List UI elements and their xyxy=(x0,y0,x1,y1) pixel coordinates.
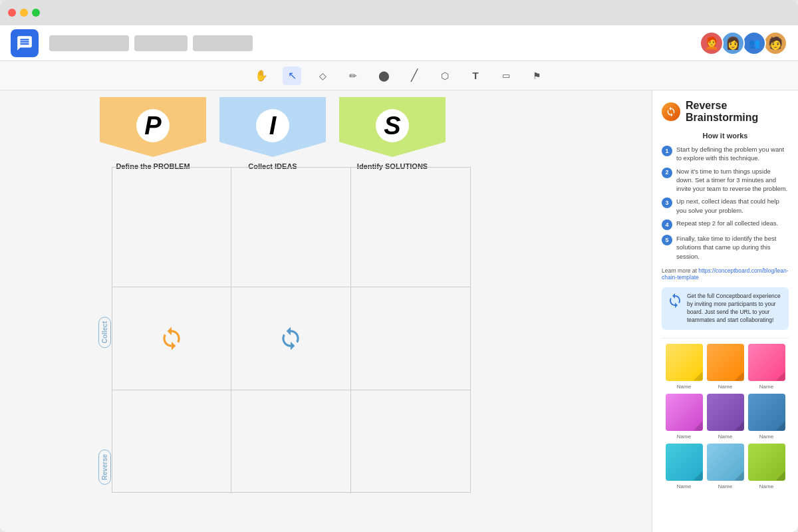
sticky-wrapper-sky: Name xyxy=(707,444,744,489)
column-ideas: I Collect IDEAS xyxy=(213,97,332,170)
header: 🧑‍🦰 👩 👥 🧑 xyxy=(0,25,798,61)
refresh-icon-orange xyxy=(159,326,184,351)
grid-cell-2-2 xyxy=(231,287,350,390)
logo-icon xyxy=(16,35,33,52)
main-area: P Define the PROBLEM I Collect IDEAS S xyxy=(0,90,798,532)
row-label-reverse: Reverse xyxy=(98,450,111,485)
sticky-cyan[interactable] xyxy=(666,444,703,481)
line-tool[interactable]: ╱ xyxy=(405,66,424,85)
panel-icon xyxy=(662,102,680,121)
sticky-blue-steel[interactable] xyxy=(748,394,785,431)
brush-tool[interactable]: ⬤ xyxy=(374,66,393,85)
step-item-4: 4 Repeat step 2 for all collected ideas. xyxy=(662,219,789,230)
sticky-wrapper-pink: Name xyxy=(748,344,785,390)
sticky-label-pink: Name xyxy=(759,384,773,390)
learn-more-link[interactable]: Learn more at https://conceptboard.com/b… xyxy=(662,267,789,281)
banner-solutions-shape: S xyxy=(339,97,446,157)
grid-row-1 xyxy=(112,168,470,287)
sticky-wrapper-lime: Name xyxy=(748,444,785,489)
grid-cell-1-1 xyxy=(112,168,231,287)
step-text-3: Up next, collect ideas that could help y… xyxy=(676,197,789,215)
sticky-wrapper-purple: Name xyxy=(707,394,744,440)
nav-edit[interactable] xyxy=(134,35,188,51)
canvas[interactable]: P Define the PROBLEM I Collect IDEAS S xyxy=(0,90,652,532)
step-number-2: 2 xyxy=(662,168,672,178)
step-item-3: 3 Up next, collect ideas that could help… xyxy=(662,197,789,215)
nav-share[interactable] xyxy=(193,35,253,51)
column-solutions: S Identify SOLUTIONS xyxy=(332,97,452,170)
column-problem: P Define the PROBLEM xyxy=(93,97,213,170)
step-text-1: Start by defining the problem you want t… xyxy=(676,145,789,163)
grid-cell-2-3 xyxy=(351,287,470,390)
sticky-lime[interactable] xyxy=(748,444,785,481)
banner-problem-letter: P xyxy=(136,109,170,142)
sticky-label-yellow: Name xyxy=(677,384,691,390)
panel-subtitle: How it works xyxy=(662,132,789,140)
step-item-1: 1 Start by defining the problem you want… xyxy=(662,145,789,163)
grid-cell-3-2 xyxy=(231,390,350,493)
sticky-yellow[interactable] xyxy=(666,344,703,381)
board-grid xyxy=(112,167,471,493)
text-tool[interactable]: T xyxy=(466,66,485,85)
grid-cell-3-3 xyxy=(351,390,470,493)
sticky-orange[interactable] xyxy=(707,344,744,381)
sticky-pink[interactable] xyxy=(748,344,785,381)
sticky-label-sky: Name xyxy=(718,483,732,489)
avatar-group: 🧑‍🦰 👩 👥 🧑 xyxy=(702,31,787,55)
stickies-row-2: Name Name Name xyxy=(662,394,789,440)
banner-problem-shape: P xyxy=(100,97,206,157)
sticky-wrapper-yellow: Name xyxy=(666,344,703,390)
step-number-3: 3 xyxy=(662,198,672,208)
row-label-collect: Collect xyxy=(98,317,111,348)
logo-button[interactable] xyxy=(11,29,39,57)
avatar-4: 🧑 xyxy=(763,31,787,55)
minimize-button[interactable] xyxy=(20,9,28,17)
sticky-wrapper-orange: Name xyxy=(707,344,744,390)
eraser-tool[interactable]: ◇ xyxy=(313,66,332,85)
pen-tool[interactable]: ✏ xyxy=(344,66,362,85)
avatar-3: 👥 xyxy=(742,31,766,55)
column-banners: P Define the PROBLEM I Collect IDEAS S xyxy=(93,97,452,170)
sticky-purple-light[interactable] xyxy=(666,394,703,431)
avatar-1: 🧑‍🦰 xyxy=(700,31,724,55)
sticky-wrapper-cyan: Name xyxy=(666,444,703,489)
step-number-1: 1 xyxy=(662,146,672,156)
flag-tool[interactable]: ⚑ xyxy=(527,66,546,85)
sticky-wrapper-blue-steel: Name xyxy=(748,394,785,440)
step-text-4: Repeat step 2 for all collected ideas. xyxy=(676,219,778,230)
grid-row-3 xyxy=(112,390,470,493)
side-panel: Reverse Brainstorming How it works 1 Sta… xyxy=(652,90,798,532)
sticky-sky[interactable] xyxy=(707,444,744,481)
sticky-wrapper-purple-light: Name xyxy=(666,394,703,440)
refresh-icon-blue xyxy=(278,326,303,351)
grid-cell-1-2 xyxy=(231,168,350,287)
divider-1 xyxy=(662,338,789,338)
stickies-row-1: Name Name Name xyxy=(662,344,789,390)
step-text-2: Now it's time to turn things upside down… xyxy=(676,167,789,194)
promo-box: Get the full Conceptboard experience by … xyxy=(662,287,789,330)
app-window: 🧑‍🦰 👩 👥 🧑 ✋ ↖ ◇ ✏ ⬤ ╱ ⬡ T ▭ ⚑ P xyxy=(0,0,798,532)
close-button[interactable] xyxy=(8,9,16,17)
maximize-button[interactable] xyxy=(32,9,40,17)
learn-more-text: Learn more at xyxy=(662,267,697,274)
banner-ideas-letter: I xyxy=(256,109,289,142)
avatar-2: 👩 xyxy=(721,31,745,55)
step-item-5: 5 Finally, take time to identify the bes… xyxy=(662,234,789,261)
banner-solutions-letter: S xyxy=(376,109,409,142)
hand-tool[interactable]: ✋ xyxy=(252,66,271,85)
sticky-tool[interactable]: ▭ xyxy=(497,66,515,85)
shape-tool[interactable]: ⬡ xyxy=(436,66,454,85)
sticky-label-orange: Name xyxy=(718,384,732,390)
step-text-5: Finally, take time to identify the best … xyxy=(676,234,789,261)
step-number-5: 5 xyxy=(662,235,672,245)
panel-header: Reverse Brainstorming xyxy=(662,100,789,124)
select-tool[interactable]: ↖ xyxy=(283,66,301,85)
title-bar xyxy=(0,0,798,25)
sticky-purple[interactable] xyxy=(707,394,744,431)
sticky-label-purple: Name xyxy=(718,434,732,440)
sticky-label-blue-steel: Name xyxy=(759,434,773,440)
stickies-row-3: Name Name Name xyxy=(662,444,789,489)
step-item-2: 2 Now it's time to turn things upside do… xyxy=(662,167,789,194)
nav-board-name[interactable] xyxy=(49,35,129,51)
panel-title: Reverse Brainstorming xyxy=(686,100,789,124)
